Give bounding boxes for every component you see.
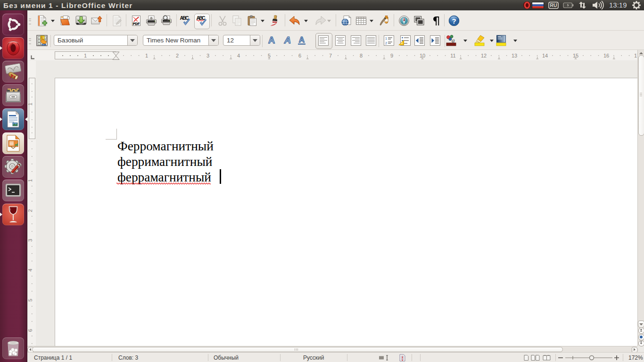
svg-text:2: 2 xyxy=(385,41,387,45)
svg-text:3: 3 xyxy=(206,53,209,58)
svg-text:ABC: ABC xyxy=(197,15,206,21)
svg-text:14: 14 xyxy=(542,53,548,58)
svg-text:RU: RU xyxy=(550,2,557,8)
svg-text:8: 8 xyxy=(360,53,363,58)
svg-text:6: 6 xyxy=(28,329,33,332)
svg-text:2: 2 xyxy=(176,53,179,58)
svg-text:12: 12 xyxy=(481,53,487,58)
svg-text:A: A xyxy=(268,35,275,45)
svg-text:16: 16 xyxy=(603,53,609,58)
svg-text:1: 1 xyxy=(28,103,33,106)
svg-text:2: 2 xyxy=(28,209,33,212)
svg-text:?: ? xyxy=(452,17,456,25)
svg-text:1: 1 xyxy=(84,53,87,58)
svg-text:11: 11 xyxy=(450,53,455,58)
svg-text:6: 6 xyxy=(298,53,301,58)
svg-text:13: 13 xyxy=(512,53,517,58)
svg-text:A: A xyxy=(284,35,291,45)
svg-text:4: 4 xyxy=(28,269,33,272)
svg-text:17: 17 xyxy=(634,53,637,58)
svg-text:ABC: ABC xyxy=(180,15,189,21)
svg-text:1: 1 xyxy=(28,179,33,182)
svg-text:3: 3 xyxy=(28,239,33,242)
svg-text:1: 1 xyxy=(145,53,148,58)
svg-text:PDF: PDF xyxy=(133,22,140,26)
svg-text:7: 7 xyxy=(329,53,332,58)
svg-text:1: 1 xyxy=(385,37,387,40)
svg-text:4: 4 xyxy=(237,53,240,58)
svg-text:9: 9 xyxy=(390,53,393,58)
svg-text:5: 5 xyxy=(28,299,33,302)
svg-text:A: A xyxy=(299,35,305,44)
